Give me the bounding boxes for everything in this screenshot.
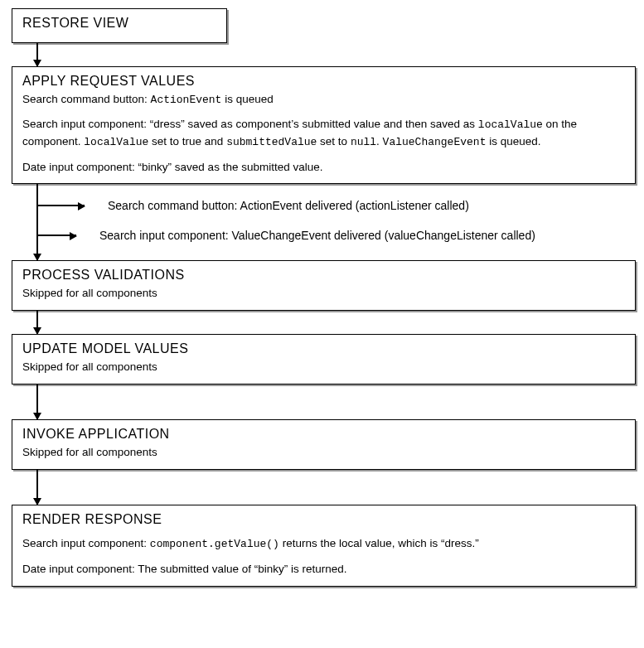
arrow-down-icon [36,43,38,66]
phase-title: PROCESS VALIDATIONS [22,268,625,283]
phase-subtext: Skipped for all components [22,286,625,302]
phase-title: APPLY REQUEST VALUES [22,74,625,89]
phase-title: INVOKE APPLICATION [22,427,625,442]
phase-title: UPDATE MODEL VALUES [22,341,625,356]
phase-render-response: RENDER RESPONSE Search input component: … [12,505,636,586]
phase-title: RESTORE VIEW [22,16,216,31]
phase-restore-view: RESTORE VIEW [12,8,227,43]
arrow-right-icon [36,205,85,206]
arrow-down-icon [36,311,38,334]
phase-subtext: Skipped for all components [22,360,625,375]
apply-line-1: Search command button: ActionEvent is qu… [22,92,625,108]
arrow-down-icon [36,384,38,419]
phase-title: RENDER RESPONSE [22,512,625,527]
phase-process-validations: PROCESS VALIDATIONS Skipped for all comp… [12,260,636,311]
apply-line-3: Date input component: “binky” saved as t… [22,159,625,176]
branch-label: Search input component: ValueChangeEvent… [99,229,535,242]
arrow-down-icon [36,470,38,505]
branch-area: Search command button: ActionEvent deliv… [36,184,636,260]
render-line-2: Date input component: The submitted valu… [22,561,625,578]
phase-update-model-values: UPDATE MODEL VALUES Skipped for all comp… [12,334,636,384]
phase-invoke-application: INVOKE APPLICATION Skipped for all compo… [12,419,636,470]
phase-subtext: Skipped for all components [22,445,625,461]
render-line-1: Search input component: component.getVal… [22,535,625,553]
branch-label: Search command button: ActionEvent deliv… [108,199,469,212]
arrow-right-icon [36,235,76,236]
apply-line-2: Search input component: “dress” saved as… [22,116,625,151]
branch-row: Search input component: ValueChangeEvent… [36,229,535,242]
arrow-down-icon [36,184,38,260]
branch-row: Search command button: ActionEvent deliv… [36,199,469,212]
phase-apply-request-values: APPLY REQUEST VALUES Search command butt… [12,66,636,184]
